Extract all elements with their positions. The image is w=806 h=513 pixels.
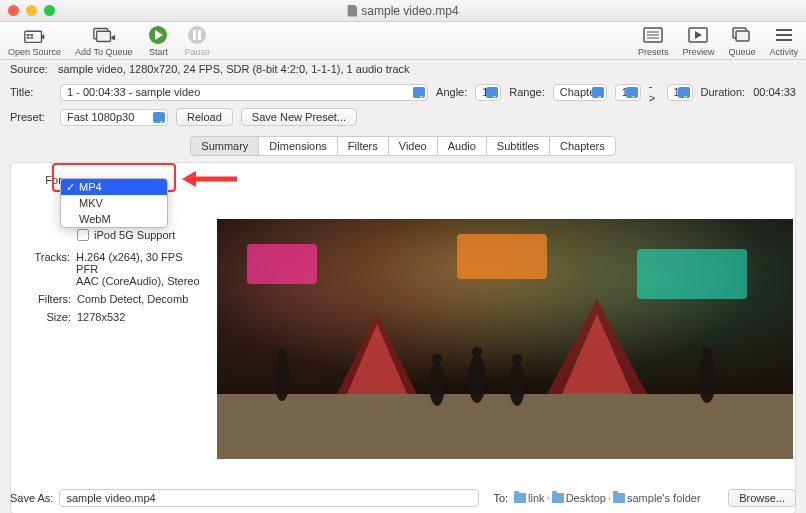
svg-point-29: [429, 362, 445, 406]
ipod-5g-label: iPod 5G Support: [94, 229, 175, 241]
window-title: sample video.mp4: [347, 4, 458, 18]
tab-video[interactable]: Video: [388, 136, 438, 156]
filters-value: Comb Detect, Decomb: [77, 293, 188, 305]
browse-button[interactable]: Browse...: [728, 489, 796, 507]
range-to-value: 1: [674, 86, 680, 98]
title-select[interactable]: 1 - 00:04:33 - sample video: [60, 84, 428, 101]
svg-point-30: [432, 354, 442, 364]
pause-label: Pause: [184, 47, 210, 57]
tab-chapters[interactable]: Chapters: [549, 136, 616, 156]
svg-point-36: [702, 347, 712, 357]
svg-rect-28: [637, 249, 747, 299]
ipod-5g-row[interactable]: iPod 5G Support: [77, 229, 205, 241]
title-select-value: 1 - 00:04:33 - sample video: [67, 86, 200, 98]
title-label: Title:: [10, 86, 52, 98]
tracks-label: Tracks:: [25, 251, 70, 263]
svg-rect-9: [193, 30, 196, 40]
filters-row: Filters: Comb Detect, Decomb: [25, 293, 205, 305]
tab-filters[interactable]: Filters: [337, 136, 389, 156]
preset-label: Preset:: [10, 111, 52, 123]
tab-subtitles[interactable]: Subtitles: [486, 136, 550, 156]
presets-icon: [641, 24, 665, 46]
open-source-button[interactable]: Open Source: [8, 24, 61, 57]
svg-rect-27: [457, 234, 547, 279]
presets-label: Presets: [638, 47, 669, 57]
save-as-input[interactable]: sample video.mp4: [59, 489, 479, 507]
svg-point-31: [468, 355, 486, 403]
range-from-select[interactable]: 1: [615, 84, 641, 101]
svg-point-32: [472, 347, 482, 357]
svg-point-35: [698, 355, 716, 403]
duration-label: Duration:: [701, 86, 746, 98]
dropdown-item-mp4[interactable]: MP4: [61, 179, 167, 195]
preview-label: Preview: [682, 47, 714, 57]
tab-summary[interactable]: Summary: [190, 136, 259, 156]
svg-rect-6: [96, 31, 110, 41]
destination-path[interactable]: link › Desktop › sample's folder: [514, 492, 701, 504]
svg-rect-4: [30, 37, 33, 39]
presets-button[interactable]: Presets: [638, 24, 669, 57]
path-seg-2: Desktop: [566, 492, 606, 504]
angle-select[interactable]: 1: [475, 84, 501, 101]
svg-point-33: [509, 362, 525, 406]
minimize-window-button[interactable]: [26, 5, 37, 16]
save-new-preset-button[interactable]: Save New Preset...: [241, 108, 357, 126]
save-as-label: Save As:: [10, 492, 53, 504]
preview-icon: [686, 24, 710, 46]
dropdown-item-mkv[interactable]: MKV: [61, 195, 167, 211]
dropdown-item-webm[interactable]: WebM: [61, 211, 167, 227]
range-separator: ->: [649, 80, 659, 104]
close-window-button[interactable]: [8, 5, 19, 16]
activity-button[interactable]: Activity: [769, 24, 798, 57]
size-row: Size: 1278x532: [25, 311, 205, 323]
folder-icon: [613, 493, 625, 503]
svg-point-37: [274, 357, 290, 401]
window-controls: [8, 5, 55, 16]
path-seg-3: sample's folder: [627, 492, 701, 504]
footer: Save As: sample video.mp4 To: link › Des…: [10, 489, 796, 507]
duration-value: 00:04:33: [753, 86, 796, 98]
format-dropdown: MP4 MKV WebM: [60, 178, 168, 228]
to-label: To:: [493, 492, 508, 504]
source-label: Source:: [10, 63, 52, 75]
svg-point-34: [512, 354, 522, 364]
chevron-right-icon: ›: [608, 493, 611, 503]
chevron-right-icon: ›: [547, 493, 550, 503]
toolbar: Open Source Add To Queue Start Pause: [0, 22, 806, 60]
preset-value: Fast 1080p30: [67, 111, 134, 123]
path-seg-1: link: [528, 492, 545, 504]
open-source-icon: [23, 24, 47, 46]
ipod-5g-checkbox[interactable]: [77, 229, 89, 241]
range-label: Range:: [509, 86, 544, 98]
range-type-select[interactable]: Chapters: [553, 84, 607, 101]
summary-panel: Form MP4 MKV WebM ✓ Align A/V Start iPod…: [10, 162, 796, 513]
svg-rect-26: [247, 244, 317, 284]
svg-rect-25: [217, 394, 793, 459]
reload-button[interactable]: Reload: [176, 108, 233, 126]
svg-rect-2: [30, 34, 33, 36]
add-to-queue-icon: [92, 24, 116, 46]
source-value: sample video, 1280x720, 24 FPS, SDR (8-b…: [58, 63, 410, 75]
start-button[interactable]: Start: [146, 24, 170, 57]
pause-button[interactable]: Pause: [184, 24, 210, 57]
range-to-select[interactable]: 1: [667, 84, 693, 101]
range-from-value: 1: [622, 86, 628, 98]
maximize-window-button[interactable]: [44, 5, 55, 16]
play-icon: [146, 24, 170, 46]
queue-button[interactable]: Queue: [728, 24, 755, 57]
preview-button[interactable]: Preview: [682, 24, 714, 57]
svg-point-38: [277, 349, 287, 359]
tracks-row: Tracks: H.264 (x264), 30 FPS PFR AAC (Co…: [25, 251, 205, 287]
start-label: Start: [149, 47, 168, 57]
size-value: 1278x532: [77, 311, 125, 323]
svg-rect-10: [198, 30, 201, 40]
svg-rect-3: [26, 37, 29, 39]
tab-audio[interactable]: Audio: [437, 136, 487, 156]
size-label: Size:: [25, 311, 71, 323]
video-preview: [217, 219, 793, 459]
add-to-queue-button[interactable]: Add To Queue: [75, 24, 132, 57]
tab-dimensions[interactable]: Dimensions: [258, 136, 337, 156]
preset-select[interactable]: Fast 1080p30: [60, 109, 168, 126]
filters-label: Filters:: [25, 293, 71, 305]
svg-rect-1: [26, 34, 29, 36]
